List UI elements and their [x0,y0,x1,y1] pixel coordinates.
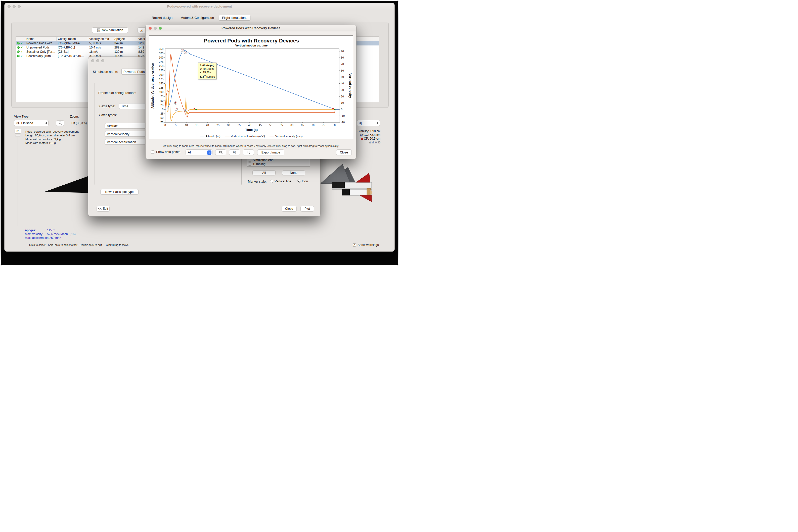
chevron-updown-icon [377,122,378,124]
svg-text:0: 0 [341,108,342,111]
show-data-points-control: Show data points [151,150,180,154]
flight-stats: Apogee:115 mMax. velocity:52,6 m/s (Mach… [25,229,75,240]
legend-label: Vertical acceleration (m/s²) [231,135,265,138]
zoom-in-button[interactable] [215,149,226,155]
flight-events-list: Simulation endTumbling [248,158,308,167]
close-button[interactable] [91,59,94,62]
table-cell: ✓ [16,54,25,58]
status-hint: Shift+click to select other [48,243,77,246]
svg-text:50: 50 [269,124,272,127]
main-tab-bar: Rocket designMotors & ConfigurationFligh… [4,15,395,21]
svg-text:10: 10 [341,101,344,104]
show-data-points-label: Show data points [156,150,180,154]
svg-text:90: 90 [341,50,344,53]
flight-config-select[interactable]: 3] [357,120,380,126]
edit-icon [140,28,143,32]
rocket-3d-render [318,164,371,203]
close-button[interactable] [149,26,151,30]
svg-text:1: 1 [234,151,235,153]
zoom-tool-button[interactable] [56,120,65,126]
legend-line-swatch [270,136,274,136]
show-data-points-checkbox[interactable] [151,150,155,154]
edit-button[interactable]: << Edit [96,206,110,211]
marker-style-option: Icon [297,179,308,183]
chart-ylabel-right: Vertical velocity [348,73,352,98]
status-hint: Double-click to edit [80,243,102,246]
tab-flight-simulations[interactable]: Flight simulations [219,15,250,21]
svg-text:80: 80 [341,56,344,59]
svg-text:30: 30 [227,124,230,127]
rocket-info-text: Pods--powered with recovery deploymentLe… [25,130,79,145]
table-cell: ✓ [16,45,25,50]
zoom-window-button[interactable] [101,59,104,62]
table-cell: [C6-5;;;] [57,50,88,54]
plot-window-title: Powered Pods with Recovery Devices [146,25,356,32]
svg-text:5: 5 [175,124,177,127]
tab-motors-configuration[interactable]: Motors & Configuration [177,15,217,21]
svg-text:50: 50 [160,99,163,102]
flight-event-checkbox[interactable] [248,163,251,166]
svg-text:70: 70 [341,62,344,65]
zoom-window-button[interactable] [18,5,21,8]
status-bar: Click to selectShift+click to select oth… [4,243,395,247]
chart-subtitle: Vertical motion vs. time [235,44,268,47]
svg-text:35: 35 [238,124,241,127]
status-ok-icon [17,55,20,57]
chart-legend: Altitude (m)Vertical acceleration (m/s²)… [149,135,353,138]
table-cell: BoosterOnly [Turn … [25,54,57,58]
minimize-button[interactable] [13,5,16,8]
svg-text:-25: -25 [160,112,163,115]
chart-title: Powered Pods with Recovery Devices [204,38,299,43]
table-cell: Sustainer Only [Tur… [25,50,57,54]
svg-text:325: 325 [159,52,163,55]
new-y-axis-plot-type-button[interactable]: New Y axis plot type [100,189,139,195]
zoom-window-button[interactable] [159,26,162,30]
plot-button[interactable]: Plot [301,206,314,211]
minimize-button[interactable] [153,26,157,30]
zoom-out-icon [247,150,250,154]
marker-style-options: Vertical lineIcon [270,179,308,183]
svg-text:40: 40 [341,82,344,85]
mach-text: at M=0,30 [368,141,380,145]
select-none-events-button[interactable]: None [282,170,305,175]
svg-text:25: 25 [160,103,163,107]
marker-style-option: Vertical line [270,179,291,183]
zoom-reset-button[interactable]: 1 [229,149,240,155]
table-cell: 342 m [113,41,137,45]
svg-text:275: 275 [159,60,163,63]
view-type-select[interactable]: 3D Finished [14,120,49,126]
export-image-button[interactable]: Export Image [257,149,284,155]
new-simulation-button[interactable]: New simulation [92,27,128,33]
table-cell: 15,4 m/s [88,45,113,50]
zoom-out-button[interactable] [243,149,254,155]
rotation-slider-handle[interactable] [16,135,20,137]
minimize-button[interactable] [96,59,99,62]
divider [11,242,388,242]
svg-text:125: 125 [159,86,163,89]
flight-event-row: Tumbling [248,162,266,166]
marker-style-radio[interactable] [270,179,273,183]
plot-close-button[interactable]: Close [336,149,352,155]
legend-item: Altitude (m) [200,135,220,138]
select-all-events-button[interactable]: All [252,170,275,175]
marker-style-radio[interactable] [297,179,301,183]
show-warnings-control: Show warnings [353,243,379,247]
zoom-value[interactable]: Fit (33,3%) [71,121,87,125]
chart-canvas[interactable]: Powered Pods with Recovery Devices Verti… [149,36,353,139]
table-cell: ✓ [16,50,25,54]
flight-stat-row: Apogee:115 m [25,229,75,232]
svg-text:-50: -50 [160,116,163,119]
x-axis-type-label: X axis type: [98,104,115,108]
status-hint: Click+drag to move [106,243,128,246]
stability-text: Stability: 1,98 cal [358,129,380,133]
table-cell: 18 m/s [88,50,113,54]
show-warnings-label: Show warnings [358,243,379,247]
zoom-label: Zoom: [70,115,79,118]
table-cell: ✓ [16,41,25,45]
close-button[interactable] [7,5,11,8]
show-warnings-checkbox[interactable] [353,243,356,247]
svg-text:55: 55 [280,124,283,127]
tab-rocket-design[interactable]: Rocket design [149,15,176,21]
close-button[interactable]: Close [282,206,297,211]
events-filter-select[interactable]: All [185,149,213,155]
